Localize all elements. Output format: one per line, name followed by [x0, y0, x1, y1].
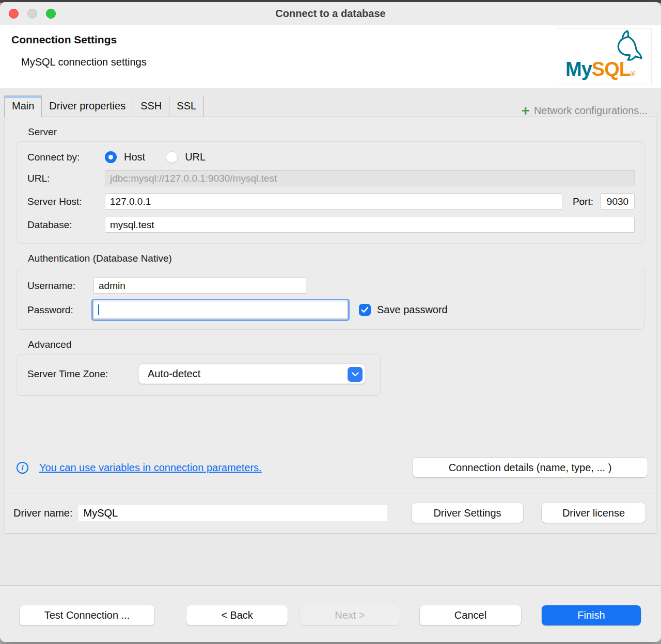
password-field-wrapper	[93, 301, 348, 319]
auth-group: Username: Password: Save password	[17, 268, 644, 330]
panel-footer-gap	[0, 534, 661, 585]
minimize-window-button	[27, 9, 37, 19]
mysql-dolphin-icon	[605, 30, 643, 62]
radio-host-label: Host	[124, 151, 145, 163]
text-caret	[98, 304, 99, 315]
connection-details-button[interactable]: Connection details (name, type, ... )	[413, 458, 648, 477]
connect-database-dialog: Connect to a database Connection Setting…	[0, 2, 661, 642]
server-host-label: Server Host:	[27, 196, 105, 207]
page-title: Connection Settings	[11, 34, 117, 46]
close-window-button[interactable]	[9, 9, 19, 19]
check-icon	[361, 307, 369, 313]
dialog-button-bar: Test Connection ... < Back Next > Cancel…	[0, 585, 661, 642]
port-label: Port:	[573, 196, 593, 207]
page-subtitle: MySQL connection settings	[21, 56, 147, 68]
username-label: Username:	[27, 280, 93, 292]
password-row: Password: Save password	[27, 301, 635, 319]
chevron-down-icon	[348, 367, 363, 382]
traffic-lights	[9, 9, 56, 19]
window-title: Connect to a database	[0, 2, 661, 25]
back-button[interactable]: < Back	[186, 605, 288, 625]
server-group: Connect by: Host URL URL: Server Host: P…	[17, 141, 644, 244]
next-button: Next >	[300, 605, 400, 625]
url-input	[105, 170, 635, 186]
port-input[interactable]	[601, 194, 635, 210]
server-group-label: Server	[28, 126, 656, 138]
tab-driver-properties[interactable]: Driver properties	[42, 96, 133, 117]
connect-by-options: Host URL	[105, 151, 219, 163]
driver-name-value: MySQL	[78, 505, 387, 521]
driver-name-label: Driver name:	[13, 507, 72, 519]
dialog-header: Connection Settings MySQL connection set…	[0, 25, 661, 88]
mysql-logo: MySQL®	[558, 28, 652, 85]
variables-link[interactable]: You can use variables in connection para…	[39, 462, 262, 474]
connect-by-row: Connect by: Host URL	[27, 151, 635, 163]
advanced-group-label: Advanced	[28, 339, 656, 350]
mysql-wordmark: MySQL®	[565, 58, 635, 81]
main-tab-panel: Server Connect by: Host URL URL: Server …	[5, 117, 656, 534]
radio-url[interactable]	[166, 151, 178, 163]
save-password-checkbox[interactable]	[359, 304, 371, 316]
timezone-label: Server Time Zone:	[27, 368, 138, 380]
url-label: URL:	[27, 173, 105, 184]
network-configurations-label: Network configurations...	[534, 105, 648, 117]
username-row: Username:	[27, 278, 635, 294]
auth-group-label: Authentication (Database Native)	[28, 253, 656, 264]
database-row: Database:	[27, 217, 635, 233]
url-row: URL:	[27, 170, 635, 186]
host-row: Server Host: Port:	[27, 194, 635, 210]
zoom-window-button[interactable]	[46, 9, 56, 19]
variables-info-row: i You can use variables in connection pa…	[17, 458, 648, 477]
driver-row: Driver name: MySQL Driver Settings Drive…	[13, 503, 648, 523]
driver-settings-button[interactable]: Driver Settings	[412, 503, 523, 523]
tab-ssl[interactable]: SSL	[169, 96, 204, 117]
password-label: Password:	[27, 304, 93, 316]
password-input[interactable]	[93, 301, 348, 319]
finish-button[interactable]: Finish	[542, 605, 641, 625]
tab-main[interactable]: Main	[4, 95, 42, 117]
tab-ssh[interactable]: SSH	[133, 96, 169, 117]
save-password-label: Save password	[377, 304, 448, 316]
server-host-input[interactable]	[105, 194, 562, 210]
username-input[interactable]	[93, 278, 306, 294]
timezone-row: Server Time Zone: Auto-detect	[27, 364, 371, 384]
network-configurations-link[interactable]: + Network configurations...	[522, 105, 657, 117]
database-label: Database:	[27, 219, 105, 231]
plus-icon: +	[522, 106, 530, 116]
connect-by-label: Connect by:	[27, 152, 105, 163]
title-bar: Connect to a database	[0, 2, 661, 25]
radio-host[interactable]	[105, 151, 117, 163]
database-input[interactable]	[105, 217, 635, 233]
test-connection-button[interactable]: Test Connection ...	[20, 605, 154, 625]
timezone-value: Auto-detect	[148, 368, 200, 380]
advanced-group: Server Time Zone: Auto-detect	[17, 354, 381, 396]
cancel-button[interactable]: Cancel	[420, 605, 521, 625]
radio-url-label: URL	[185, 151, 206, 163]
timezone-select[interactable]: Auto-detect	[138, 364, 366, 384]
tab-bar: Main Driver properties SSH SSL + Network…	[0, 88, 661, 117]
driver-separator	[5, 490, 656, 490]
info-icon: i	[17, 462, 28, 474]
footer-buttons: Test Connection ... < Back Next > Cancel…	[20, 605, 641, 625]
driver-license-button[interactable]: Driver license	[542, 503, 646, 523]
